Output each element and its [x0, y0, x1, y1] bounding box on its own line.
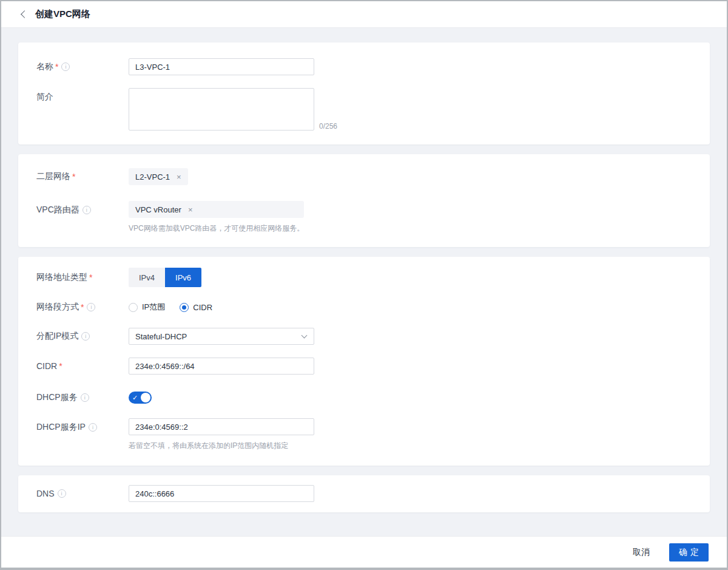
close-icon[interactable]: × — [188, 206, 193, 214]
cidr-input[interactable] — [129, 358, 314, 375]
cidr-row: CIDR * — [36, 358, 692, 375]
ip-alloc-mode-label: 分配IP模式 i — [36, 331, 129, 342]
ip-alloc-mode-row: 分配IP模式 i Stateful-DHCP — [36, 328, 692, 345]
chevron-down-icon — [302, 333, 308, 339]
ip-range-radio[interactable]: IP范围 — [129, 302, 165, 313]
required-mark: * — [81, 302, 84, 312]
confirm-button[interactable]: 确定 — [669, 543, 709, 562]
selected-option: Stateful-DHCP — [135, 332, 187, 341]
close-icon[interactable]: × — [177, 173, 181, 181]
ip-alloc-mode-select[interactable]: Stateful-DHCP — [129, 328, 314, 345]
l2-network-label: 二层网络 * — [36, 171, 129, 182]
dhcp-service-label: DHCP服务 i — [36, 392, 129, 403]
required-mark: * — [72, 172, 75, 182]
cidr-label: CIDR * — [36, 361, 129, 371]
info-icon[interactable]: i — [81, 393, 89, 402]
segment-method-radio-group: IP范围 CIDR — [129, 302, 227, 313]
dhcp-service-toggle[interactable]: ✓ — [129, 392, 152, 404]
check-icon: ✓ — [132, 395, 138, 401]
address-settings-card: 网络地址类型 * IPv4 IPv6 网络段方式 * i IP范围 — [18, 257, 710, 466]
form-content: 名称 * i 简介 0/256 — [1, 28, 727, 536]
dns-card: DNS i — [18, 475, 710, 512]
network-binding-card: 二层网络 * L2-VPC-1 × VPC路由器 i VPC vR — [18, 154, 710, 247]
info-icon[interactable]: i — [61, 63, 70, 71]
required-mark: * — [55, 62, 58, 72]
char-counter: 0/256 — [319, 122, 337, 131]
vpc-router-label: VPC路由器 i — [36, 201, 129, 215]
radio-icon — [129, 303, 138, 312]
vpc-router-row: VPC路由器 i VPC vRouter × VPC网络需加载VPC路由器，才可… — [36, 201, 692, 234]
name-label: 名称 * i — [36, 61, 129, 72]
segment-method-label: 网络段方式 * i — [36, 302, 129, 313]
description-row: 简介 0/256 — [36, 88, 692, 131]
chevron-left-icon — [21, 10, 29, 18]
ip-version-segmented-control: IPv4 IPv6 — [129, 268, 201, 287]
name-input[interactable] — [129, 58, 314, 75]
required-mark: * — [89, 273, 92, 282]
dhcp-ip-help-text: 若留空不填，将由系统在添加的IP范围内随机指定 — [129, 441, 314, 451]
segment-method-row: 网络段方式 * i IP范围 CIDR — [36, 302, 692, 313]
info-icon[interactable]: i — [81, 332, 90, 341]
back-button[interactable] — [22, 12, 27, 17]
page-footer: 取消 确定 — [1, 536, 727, 568]
cancel-button[interactable]: 取消 — [633, 547, 650, 558]
cidr-radio[interactable]: CIDR — [180, 303, 212, 312]
dns-input[interactable] — [129, 485, 314, 502]
ipv6-segment-button[interactable]: IPv6 — [165, 268, 201, 287]
info-icon[interactable]: i — [89, 423, 97, 432]
required-mark: * — [59, 361, 62, 371]
toggle-knob — [141, 393, 150, 402]
info-icon[interactable]: i — [87, 303, 95, 311]
description-label: 简介 — [36, 88, 129, 103]
vpc-router-tag: VPC vRouter × — [129, 201, 304, 218]
l2-network-row: 二层网络 * L2-VPC-1 × — [36, 168, 692, 185]
dhcp-ip-input[interactable] — [129, 418, 314, 435]
page-header: 创建VPC网络 — [1, 1, 727, 28]
radio-checked-icon — [180, 303, 189, 312]
address-type-row: 网络地址类型 * IPv4 IPv6 — [36, 268, 692, 287]
basic-info-card: 名称 * i 简介 0/256 — [18, 42, 710, 144]
create-vpc-network-page: 创建VPC网络 名称 * i 简介 0/256 — [0, 0, 728, 570]
dhcp-ip-label: DHCP服务IP i — [36, 418, 129, 433]
ipv4-segment-button[interactable]: IPv4 — [129, 268, 165, 287]
l2-network-tag: L2-VPC-1 × — [129, 168, 188, 185]
address-type-label: 网络地址类型 * — [36, 272, 129, 283]
name-row: 名称 * i — [36, 58, 692, 75]
info-icon[interactable]: i — [83, 206, 91, 214]
info-icon[interactable]: i — [58, 489, 66, 498]
vpc-router-help-text: VPC网络需加载VPC路由器，才可使用相应网络服务。 — [129, 223, 304, 234]
dhcp-ip-row: DHCP服务IP i 若留空不填，将由系统在添加的IP范围内随机指定 — [36, 418, 692, 451]
description-textarea[interactable] — [129, 88, 314, 131]
dns-row: DNS i — [36, 485, 692, 502]
page-title: 创建VPC网络 — [35, 8, 90, 20]
dhcp-service-row: DHCP服务 i ✓ — [36, 392, 692, 404]
dns-label: DNS i — [36, 489, 129, 498]
